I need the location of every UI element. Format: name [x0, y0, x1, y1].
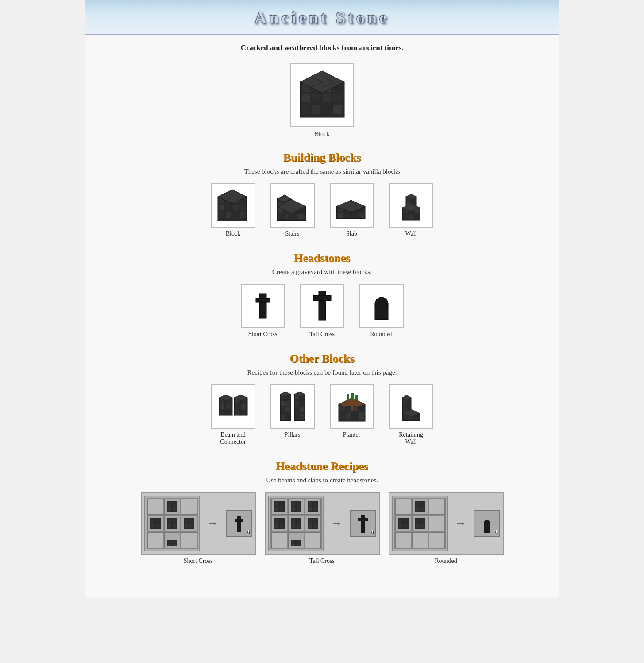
- headstones-title: Headstones: [103, 252, 541, 265]
- item-tall-cross: Tall Cross: [298, 284, 347, 338]
- main-block-image: [290, 63, 354, 127]
- svg-rect-110: [300, 407, 304, 412]
- svg-rect-206: [420, 502, 424, 506]
- grid-cell: [164, 532, 180, 548]
- item-wall-image: [389, 183, 433, 228]
- svg-rect-190: [297, 524, 300, 528]
- svg-rect-161: [168, 544, 171, 546]
- page-subtitle: Cracked and weathered blocks from ancien…: [103, 43, 541, 52]
- svg-rect-145: [156, 519, 159, 523]
- svg-rect-108: [300, 401, 304, 406]
- recipe-arrow: →: [207, 517, 219, 530]
- svg-rect-67: [409, 215, 413, 219]
- grid-cell: [271, 499, 287, 515]
- svg-rect-131: [403, 404, 407, 409]
- headstone-recipes-section: Headstone Recipes Use beams and slabs to…: [103, 460, 541, 565]
- svg-rect-68: [415, 215, 420, 219]
- svg-rect-167: [275, 502, 278, 506]
- svg-rect-118: [351, 393, 354, 400]
- item-short-cross-label: Short Cross: [248, 331, 278, 338]
- recipe-row: → 4 Short Cross: [103, 492, 541, 565]
- svg-rect-157: [189, 524, 193, 528]
- item-wall-label: Wall: [405, 230, 416, 237]
- page-header: Ancient Stone: [85, 0, 559, 35]
- svg-rect-119: [355, 395, 358, 400]
- headstones-row: Short Cross Tall Cross: [103, 284, 541, 338]
- svg-rect-154: [185, 519, 188, 523]
- svg-rect-170: [280, 507, 283, 511]
- svg-rect-199: [292, 544, 295, 546]
- other-blocks-section: Other Blocks Recipes for these blocks ca…: [103, 352, 541, 446]
- recipe-tall-cross: → 4 Tall Cross: [265, 492, 380, 565]
- item-slab-label: Slab: [346, 230, 357, 237]
- svg-rect-54: [345, 213, 350, 218]
- svg-rect-179: [309, 507, 312, 511]
- grid-cell: [181, 516, 197, 531]
- svg-rect-187: [292, 519, 295, 523]
- svg-rect-107: [295, 401, 299, 406]
- item-slab: Slab: [328, 183, 376, 237]
- svg-rect-159: [168, 541, 171, 543]
- recipe-arrow: →: [331, 517, 343, 530]
- item-rounded-label: Rounded: [370, 331, 393, 338]
- item-stairs-label: Stairs: [285, 230, 300, 237]
- svg-rect-133: [403, 415, 407, 419]
- svg-rect-99: [281, 401, 285, 406]
- recipe-tall-cross-box: → 4: [265, 492, 380, 555]
- svg-rect-177: [309, 502, 312, 506]
- result-count: 4: [370, 528, 374, 535]
- svg-rect-184: [275, 524, 278, 528]
- svg-rect-150: [173, 519, 176, 523]
- grid-cell: [395, 532, 411, 548]
- svg-rect-173: [297, 502, 300, 506]
- svg-rect-76: [319, 301, 326, 320]
- svg-rect-198: [297, 541, 300, 543]
- item-wall: Wall: [387, 183, 436, 237]
- item-block-label: Block: [226, 230, 240, 237]
- svg-rect-124: [339, 412, 345, 420]
- svg-rect-162: [173, 544, 176, 546]
- svg-rect-86: [226, 404, 231, 409]
- svg-rect-215: [416, 519, 419, 523]
- svg-rect-217: [416, 524, 419, 528]
- recipe-short-cross-label: Short Cross: [184, 558, 213, 565]
- main-content: Cracked and weathered blocks from ancien…: [85, 35, 559, 597]
- svg-rect-197: [292, 541, 295, 543]
- svg-rect-172: [292, 502, 295, 506]
- svg-rect-75: [313, 295, 331, 301]
- item-stairs-image: [270, 183, 315, 228]
- svg-rect-149: [168, 519, 171, 523]
- svg-rect-125: [346, 412, 351, 420]
- svg-rect-72: [256, 298, 270, 302]
- grid-cell: [181, 499, 197, 515]
- grid-cell: [412, 516, 428, 531]
- svg-rect-120: [339, 406, 345, 411]
- recipe-arrow: →: [455, 517, 467, 530]
- svg-rect-111: [295, 414, 299, 420]
- svg-rect-29: [219, 212, 224, 218]
- svg-rect-26: [226, 205, 231, 210]
- grid-cell: [305, 516, 321, 531]
- recipe-short-cross: → 4 Short Cross: [141, 492, 256, 565]
- grid-cell: [271, 516, 287, 531]
- svg-rect-90: [226, 410, 231, 415]
- svg-rect-195: [313, 524, 317, 528]
- grid-cell: [147, 499, 163, 515]
- item-rounded-image: [359, 284, 404, 328]
- svg-rect-126: [353, 412, 358, 420]
- other-blocks-row: Beam andConnector: [103, 384, 541, 446]
- grid-cell: [147, 516, 163, 531]
- main-block-display: Block: [103, 63, 541, 138]
- item-tall-cross-label: Tall Cross: [309, 331, 335, 338]
- svg-rect-13: [333, 105, 342, 114]
- svg-rect-152: [173, 524, 176, 528]
- svg-rect-53: [338, 213, 343, 218]
- item-planter: Planter: [328, 384, 376, 446]
- recipe-rounded-box: → 4: [389, 492, 504, 555]
- other-blocks-title: Other Blocks: [103, 352, 541, 365]
- svg-rect-169: [275, 507, 278, 511]
- recipe-tall-cross-grid: [270, 498, 322, 549]
- svg-rect-194: [309, 524, 312, 528]
- headstones-desc: Create a graveyard with these blocks.: [103, 268, 541, 276]
- building-blocks-section: Building Blocks These blocks are crafted…: [103, 151, 541, 237]
